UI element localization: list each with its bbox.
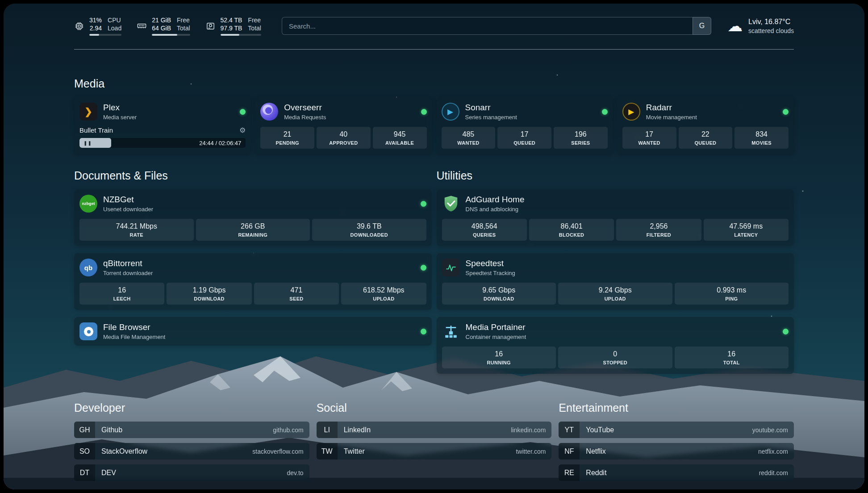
utilities-heading: Utilities	[437, 169, 794, 182]
service-name: AdGuard Home	[466, 195, 525, 205]
bookmark-linkedin[interactable]: LI LinkedIn linkedin.com	[317, 422, 552, 438]
bookmark-abbr: TW	[317, 443, 338, 460]
cpu-usage-bar-fill	[89, 34, 99, 36]
stat-rate: 744.21 Mbps RATE	[79, 219, 194, 241]
service-card-sonarr[interactable]: ▶ Sonarr Series management 485 WANTED	[436, 97, 613, 154]
bookmark-name: Github	[101, 426, 122, 434]
weather-widget: ☁ Lviv, 16.87°C scattered clouds	[727, 18, 794, 34]
search-provider-button[interactable]: G	[693, 17, 711, 35]
entertainment-heading: Entertainment	[559, 401, 794, 414]
service-name: Radarr	[646, 103, 697, 113]
stat-movies: 834 MOVIES	[734, 127, 789, 149]
service-description: Movie management	[646, 114, 697, 121]
stat-queries: 498,564 QUERIES	[442, 219, 527, 241]
cpu-widget: 31% CPU 2.94 Load	[74, 16, 121, 36]
social-heading: Social	[317, 401, 552, 414]
bookmark-netflix[interactable]: NF Netflix netflix.com	[559, 443, 794, 460]
resource-widgets: 31% CPU 2.94 Load	[74, 16, 261, 36]
stat-latency: 47.569 ms LATENCY	[704, 219, 789, 241]
service-description: DNS and adblocking	[466, 206, 525, 213]
cpu-chip-icon	[74, 21, 84, 31]
service-name: NZBGet	[103, 195, 153, 205]
dashboard-content: 31% CPU 2.94 Load	[4, 4, 864, 489]
media-heading: Media	[74, 77, 794, 90]
radarr-icon: ▶	[622, 103, 640, 121]
status-indicator	[421, 201, 426, 207]
radarr-play-glyph: ▶	[628, 107, 634, 117]
bookmark-url: dev.to	[287, 469, 304, 476]
service-description: Media File Management	[103, 334, 165, 340]
bookmark-stackoverflow[interactable]: SO StackOverflow stackoverflow.com	[74, 443, 309, 460]
search-input[interactable]	[282, 17, 693, 35]
service-description: Series management	[465, 114, 517, 121]
gear-icon[interactable]: ⚙	[239, 126, 246, 134]
memory-stats: 21 GiB Free 64 GiB Total	[152, 16, 190, 32]
service-card-plex[interactable]: ❯ Plex Media server Bullet Train ⚙	[74, 97, 251, 154]
bookmark-url: stackoverflow.com	[252, 448, 303, 455]
playback-time: 24:44 / 02:06:47	[199, 138, 241, 148]
bookmark-name: StackOverflow	[101, 447, 147, 455]
stat-leech: 16 LEECH	[79, 283, 164, 305]
nzbget-icon: nzbget	[79, 195, 97, 213]
service-card-nzbget[interactable]: nzbget NZBGet Usenet downloader 744.21 M…	[74, 189, 432, 246]
bookmark-group-developer: Developer GH Github github.com SO StackO…	[74, 401, 309, 481]
overseerr-icon	[260, 103, 278, 121]
service-card-speedtest[interactable]: Speedtest Speedtest Tracking 9.65 Gbps D…	[437, 253, 794, 310]
bookmark-abbr: GH	[74, 422, 95, 438]
bookmark-reddit[interactable]: RE Reddit reddit.com	[559, 464, 794, 481]
service-card-adguard[interactable]: AdGuard Home DNS and adblocking 498,564 …	[437, 189, 794, 246]
bookmark-name: LinkedIn	[344, 426, 371, 434]
service-card-portainer[interactable]: Media Portainer Container management 16 …	[437, 317, 794, 374]
disk-usage-bar-fill	[221, 34, 239, 36]
memory-free-value: 21 GiB	[152, 16, 171, 24]
cpu-load: 2.94	[89, 24, 102, 32]
bookmark-group-entertainment: Entertainment YT YouTube youtube.com NF …	[559, 401, 794, 481]
disk-total-label: Total	[248, 24, 261, 32]
disk-free-label: Free	[248, 16, 261, 24]
bookmark-github[interactable]: GH Github github.com	[74, 422, 309, 438]
playback-progress-bar[interactable]: ❚❚ 24:44 / 02:06:47	[79, 138, 246, 148]
status-indicator	[783, 329, 789, 334]
developer-heading: Developer	[74, 401, 309, 414]
stat-available: 945 AVAILABLE	[373, 127, 427, 149]
service-card-overseerr[interactable]: Overseerr Media Requests 21 PENDING 40 A…	[255, 97, 432, 154]
stat-pending: 21 PENDING	[260, 127, 314, 149]
bookmark-abbr: LI	[317, 422, 338, 438]
service-card-filebrowser[interactable]: File Browser Media File Management	[74, 317, 432, 346]
stat-series: 196 SERIES	[554, 127, 608, 149]
service-description: Speedtest Tracking	[466, 270, 515, 276]
bookmark-url: youtube.com	[752, 426, 788, 434]
cloud-icon: ☁	[727, 18, 743, 33]
bookmark-youtube[interactable]: YT YouTube youtube.com	[559, 422, 794, 438]
bookmark-abbr: NF	[559, 443, 580, 460]
stat-wanted: 17 WANTED	[622, 127, 676, 149]
qbittorrent-icon: qb	[79, 259, 97, 276]
plex-chevron-glyph: ❯	[84, 106, 92, 117]
service-description: Torrent downloader	[103, 270, 153, 276]
status-indicator	[421, 109, 427, 115]
stat-filtered: 2,956 FILTERED	[616, 219, 701, 241]
status-indicator	[421, 265, 426, 271]
memory-free-label: Free	[177, 16, 190, 24]
bookmark-dev[interactable]: DT DEV dev.to	[74, 464, 309, 481]
stat-stopped: 0 STOPPED	[558, 347, 672, 368]
service-name: Sonarr	[465, 103, 517, 113]
bookmark-url: netflix.com	[758, 448, 788, 455]
service-name: File Browser	[103, 322, 165, 332]
pause-icon[interactable]: ❚❚	[83, 138, 92, 148]
service-card-qbittorrent[interactable]: qb qBittorrent Torrent downloader 16	[74, 253, 432, 310]
bookmark-name: Twitter	[344, 447, 365, 455]
now-playing-title: Bullet Train	[79, 126, 113, 134]
service-name: qBittorrent	[103, 259, 153, 268]
bookmark-twitter[interactable]: TW Twitter twitter.com	[317, 443, 552, 460]
bookmark-name: Netflix	[586, 447, 605, 455]
service-card-radarr[interactable]: ▶ Radarr Movie management 17 WANTED	[617, 97, 794, 154]
weather-location: Lviv, 16.87°C	[748, 18, 794, 26]
stat-running: 16 RUNNING	[442, 347, 556, 368]
stat-total: 16 TOTAL	[675, 347, 789, 368]
section-utilities: Utilities	[437, 169, 794, 374]
bookmark-name: DEV	[101, 469, 116, 477]
stat-queued: 17 QUEUED	[497, 127, 551, 149]
stat-seed: 471 SEED	[254, 283, 339, 305]
service-description: Usenet downloader	[103, 206, 153, 213]
